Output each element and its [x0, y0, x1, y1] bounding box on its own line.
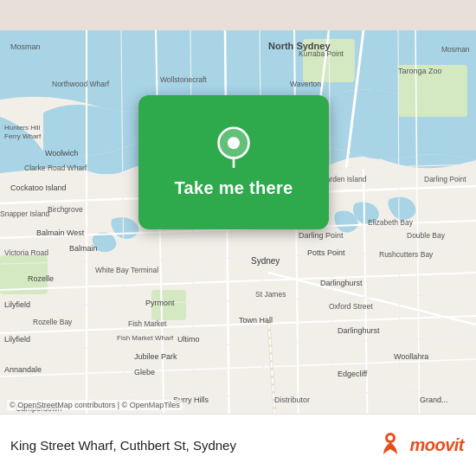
svg-text:Edgecliff: Edgecliff: [338, 370, 368, 378]
svg-text:Clarke Road Wharf: Clarke Road Wharf: [24, 164, 87, 172]
svg-text:Wollstonecraft: Wollstonecraft: [160, 75, 207, 84]
svg-text:Town Hall: Town Hall: [239, 316, 273, 325]
svg-text:Waverton: Waverton: [290, 80, 321, 88]
svg-text:Darlinghurst: Darlinghurst: [338, 326, 380, 335]
svg-text:White Bay Terminal: White Bay Terminal: [95, 266, 158, 274]
svg-text:Darling Point: Darling Point: [424, 175, 466, 183]
svg-text:Distributor: Distributor: [274, 396, 310, 404]
svg-text:Oxford Street: Oxford Street: [329, 302, 373, 311]
svg-text:Pyrmont: Pyrmont: [145, 299, 175, 307]
moovit-logo[interactable]: moovit: [375, 430, 464, 461]
svg-text:Rozelle Bay: Rozelle Bay: [33, 318, 73, 326]
action-card[interactable]: Take me there: [138, 95, 329, 229]
svg-text:Grand...: Grand...: [420, 396, 448, 404]
moovit-wordmark: moovit: [409, 435, 464, 455]
svg-text:Jubilee Park: Jubilee Park: [134, 352, 177, 361]
svg-text:Annandale: Annandale: [4, 365, 42, 374]
svg-text:Cockatoo Island: Cockatoo Island: [10, 183, 67, 192]
location-pin-icon: [213, 126, 254, 168]
svg-text:Woollahra: Woollahra: [394, 352, 428, 361]
svg-text:Mosman: Mosman: [441, 45, 470, 54]
svg-text:Sydney: Sydney: [251, 256, 280, 266]
svg-text:Mosman: Mosman: [10, 42, 41, 51]
svg-text:Potts Point: Potts Point: [307, 248, 345, 257]
moovit-brand-icon: [375, 430, 406, 461]
svg-text:Hunters Hill: Hunters Hill: [4, 124, 41, 132]
svg-text:Fish Market: Fish Market: [128, 319, 167, 328]
svg-text:Taronga Zoo: Taronga Zoo: [398, 67, 442, 75]
svg-text:Glebe: Glebe: [134, 368, 155, 376]
svg-text:Victoria Road: Victoria Road: [4, 248, 48, 257]
svg-text:Lilyfield: Lilyfield: [4, 300, 30, 309]
svg-text:Rozelle: Rozelle: [28, 274, 54, 283]
svg-text:Birchgrove: Birchgrove: [48, 205, 83, 214]
svg-text:Ferry Wharf: Ferry Wharf: [4, 132, 42, 140]
svg-text:St James: St James: [255, 290, 286, 299]
svg-point-93: [388, 435, 393, 441]
location-text-block: King Street Wharf, Cuthbert St, Sydney: [10, 438, 236, 453]
svg-point-91: [228, 137, 240, 149]
map-container: North Sydney Mosman Taronga Zoo Northwoo…: [0, 0, 476, 476]
svg-text:Darlinghurst: Darlinghurst: [320, 279, 363, 287]
svg-text:Ultimo: Ultimo: [177, 335, 200, 344]
take-me-there-label: Take me there: [175, 178, 293, 198]
attribution-text: © OpenStreetMap contributors | © OpenMap…: [7, 400, 183, 410]
svg-text:Double Bay: Double Bay: [407, 231, 446, 240]
svg-text:Lilyfield: Lilyfield: [4, 335, 30, 344]
svg-text:Snapper Island: Snapper Island: [0, 209, 49, 218]
svg-text:Balmain West: Balmain West: [36, 228, 85, 237]
svg-text:Balmain: Balmain: [69, 244, 98, 253]
bottom-bar: King Street Wharf, Cuthbert St, Sydney m…: [0, 414, 476, 476]
svg-text:Woolwich: Woolwich: [45, 149, 78, 158]
svg-text:Northwood Wharf: Northwood Wharf: [52, 80, 110, 88]
svg-text:Kurraba Point: Kurraba Point: [299, 49, 344, 58]
svg-text:Rushcutters Bay: Rushcutters Bay: [379, 250, 434, 259]
svg-text:Elizabeth Bay: Elizabeth Bay: [368, 218, 414, 227]
svg-text:Darling Point: Darling Point: [299, 231, 344, 240]
svg-text:Fish Market Wharf: Fish Market Wharf: [117, 334, 174, 342]
destination-name: King Street Wharf, Cuthbert St, Sydney: [10, 438, 236, 453]
